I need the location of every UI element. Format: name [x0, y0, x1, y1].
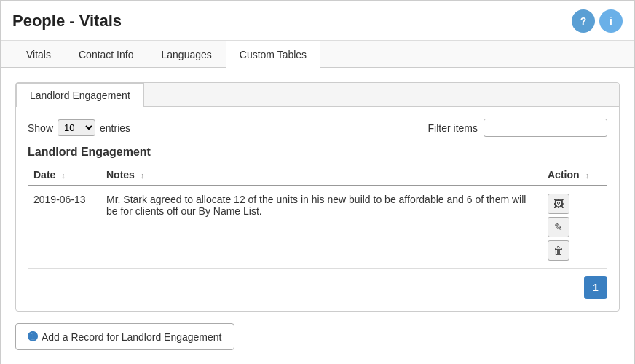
info-icon: i — [610, 15, 612, 27]
tab-vitals[interactable]: Vitals — [12, 41, 65, 68]
col-header-action[interactable]: Action ↕ — [542, 165, 607, 186]
sort-icon-date: ↕ — [61, 171, 66, 180]
entries-label: entries — [100, 122, 130, 134]
tab-languages[interactable]: Languages — [147, 41, 225, 68]
table-title: Landlord Engagement — [28, 146, 607, 159]
cell-notes: Mr. Stark agreed to allocate 12 of the u… — [100, 186, 542, 269]
filter-label: Filter items — [428, 122, 478, 134]
inner-tab-landlord-engagement[interactable]: Landlord Engagement — [16, 83, 144, 107]
pagination: 1 — [28, 276, 607, 299]
sort-icon-notes: ↕ — [141, 171, 145, 180]
add-record-label: Add a Record for Landlord Engagement — [42, 331, 222, 343]
add-record-button[interactable]: ➊ Add a Record for Landlord Engagement — [15, 323, 234, 350]
show-label: Show — [28, 122, 53, 134]
edit-button[interactable]: ✎ — [548, 217, 569, 237]
page-1-button[interactable]: 1 — [584, 276, 607, 299]
entries-select[interactable]: 5 10 25 50 100 — [58, 119, 95, 136]
cell-actions: 🖼 ✎ 🗑 — [542, 186, 607, 269]
tab-custom-tables[interactable]: Custom Tables — [226, 41, 320, 68]
filter-input[interactable] — [484, 119, 607, 137]
info-button[interactable]: i — [599, 9, 623, 33]
image-button[interactable]: 🖼 — [548, 194, 569, 214]
col-header-date[interactable]: Date ↕ — [28, 165, 100, 186]
header-icons: ? i — [572, 9, 623, 33]
help-button[interactable]: ? — [572, 9, 595, 33]
entries-filter-row: Show 5 10 25 50 100 entries Filter items — [28, 119, 607, 137]
question-icon: ? — [580, 15, 587, 27]
page-title: People - Vitals — [12, 12, 122, 31]
delete-button[interactable]: 🗑 — [548, 240, 569, 261]
content-area: Landlord Engagement Show 5 10 25 50 100 — [1, 68, 634, 364]
sort-icon-action: ↕ — [585, 171, 589, 180]
filter-items: Filter items — [428, 119, 607, 137]
edit-icon: ✎ — [554, 221, 563, 233]
inner-tabs-panel: Landlord Engagement Show 5 10 25 50 100 — [15, 82, 620, 312]
inner-tab-bar: Landlord Engagement — [16, 83, 619, 107]
col-header-notes[interactable]: Notes ↕ — [100, 165, 542, 186]
image-icon: 🖼 — [553, 198, 564, 210]
main-tabs: Vitals Contact Info Languages Custom Tab… — [1, 41, 634, 68]
cell-date: 2019-06-13 — [28, 186, 100, 269]
data-table: Date ↕ Notes ↕ Action ↕ 2019-06 — [28, 165, 607, 269]
trash-icon: 🗑 — [553, 245, 564, 256]
table-header-row: Date ↕ Notes ↕ Action ↕ — [28, 165, 607, 186]
page-header: People - Vitals ? i — [1, 1, 634, 41]
inner-tab-content: Show 5 10 25 50 100 entries Filter items — [16, 107, 619, 311]
plus-circle-icon: ➊ — [28, 330, 37, 344]
tab-contact-info[interactable]: Contact Info — [65, 41, 148, 68]
action-buttons: 🖼 ✎ 🗑 — [548, 194, 602, 261]
show-entries: Show 5 10 25 50 100 entries — [28, 119, 130, 136]
table-row: 2019-06-13 Mr. Stark agreed to allocate … — [28, 186, 607, 269]
